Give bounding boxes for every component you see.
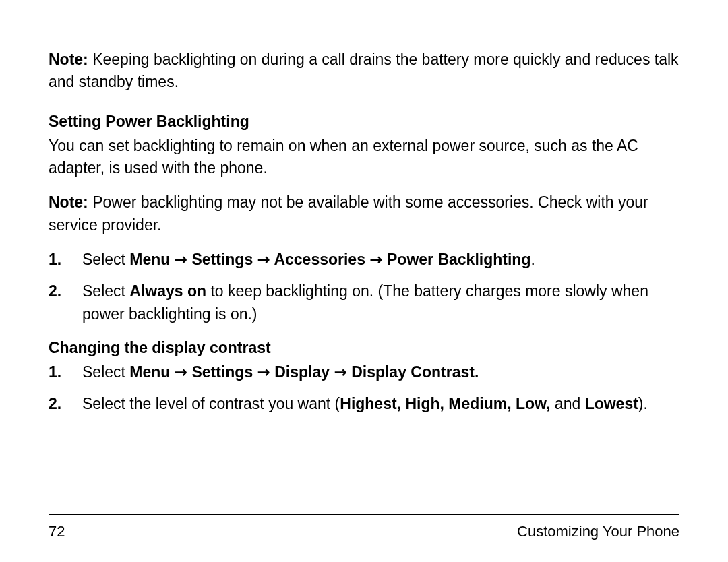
step-bold: Highest, High, Medium, Low,: [340, 395, 550, 412]
step-post: .: [530, 251, 535, 268]
step-number: 2.: [49, 393, 61, 415]
step-pre: Select: [82, 282, 129, 300]
step-number: 1.: [49, 361, 61, 383]
list-item: 2. Select Always on to keep backlighting…: [49, 280, 679, 325]
note-paragraph-1: Note: Keeping backlighting on during a c…: [49, 49, 679, 94]
step-number: 1.: [49, 249, 61, 271]
page-footer: 72 Customizing Your Phone: [49, 523, 679, 540]
note-label: Note:: [49, 193, 88, 211]
note-text: Power backlighting may not be available …: [49, 193, 648, 233]
page-number: 72: [49, 523, 65, 540]
menu-path: Menu → Settings → Accessories → Power Ba…: [129, 251, 530, 268]
list-item: 2. Select the level of contrast you want…: [49, 393, 679, 415]
section2-steps: 1. Select Menu → Settings → Display → Di…: [49, 361, 679, 416]
step-post: ).: [638, 395, 648, 412]
step-mid: and: [550, 395, 584, 412]
section1-intro: You can set backlighting to remain on wh…: [49, 135, 679, 180]
note-paragraph-2: Note: Power backlighting may not be avai…: [49, 191, 679, 237]
note-text: Keeping backlighting on during a call dr…: [49, 51, 679, 90]
footer-title: Customizing Your Phone: [517, 523, 679, 540]
list-item: 1. Select Menu → Settings → Display → Di…: [49, 361, 679, 383]
step-pre: Select: [82, 251, 129, 268]
section-heading-contrast: Changing the display contrast: [49, 339, 679, 357]
note-label: Note:: [49, 51, 88, 68]
document-page: Note: Keeping backlighting on during a c…: [0, 0, 728, 562]
step-bold: Lowest: [585, 395, 638, 412]
step-bold: Always on: [129, 282, 206, 300]
step-number: 2.: [49, 280, 61, 303]
section1-steps: 1. Select Menu → Settings → Accessories …: [49, 249, 679, 325]
section-heading-backlighting: Setting Power Backlighting: [49, 113, 679, 131]
footer-rule: [49, 514, 679, 515]
menu-path: Menu → Settings → Display → Display Cont…: [129, 363, 479, 381]
step-pre: Select the level of contrast you want (: [82, 395, 340, 412]
list-item: 1. Select Menu → Settings → Accessories …: [49, 249, 679, 271]
step-pre: Select: [82, 363, 129, 381]
